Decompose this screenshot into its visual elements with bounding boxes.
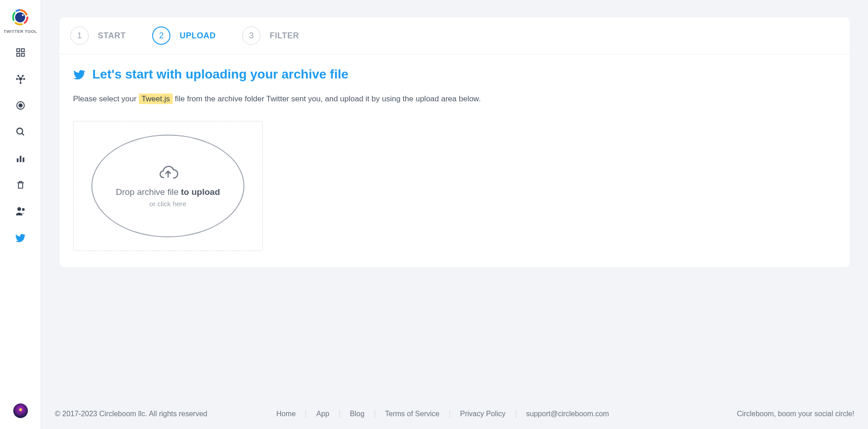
drop-line: Drop archive file to upload [116, 187, 220, 197]
logo[interactable]: TWITTER TOOL [4, 8, 37, 34]
logo-icon [11, 8, 29, 26]
svg-point-25 [22, 208, 25, 211]
footer-links: Home App Blog Terms of Service Privacy P… [266, 410, 619, 418]
nav-network[interactable] [15, 73, 26, 85]
main: 1 START 2 UPLOAD 3 FILTER Let's start wi… [41, 0, 868, 429]
footer-link-app[interactable]: App [306, 410, 339, 418]
step-label: UPLOAD [180, 31, 216, 41]
svg-point-19 [16, 128, 22, 134]
upload-panel: Let's start with uploading your archive … [59, 54, 850, 267]
svg-point-26 [19, 408, 22, 411]
nav-items [15, 47, 26, 244]
step-number: 2 [152, 26, 170, 45]
nav-target[interactable] [15, 99, 26, 111]
dropzone-oval: Drop archive file to upload or click her… [91, 135, 244, 237]
step-filter[interactable]: 3 FILTER [242, 26, 299, 45]
nav-search[interactable] [15, 126, 26, 138]
instruction-text: Please select your Tweet.js file from th… [73, 94, 836, 104]
drop-line-bold: to upload [181, 187, 220, 197]
nav-dashboard[interactable] [15, 47, 26, 58]
svg-point-18 [19, 104, 22, 107]
avatar-icon [13, 403, 28, 418]
svg-rect-4 [16, 53, 19, 56]
step-number: 3 [242, 26, 260, 45]
step-label: FILTER [270, 31, 299, 41]
drop-line-pre: Drop archive file [116, 187, 181, 197]
file-dropzone[interactable]: Drop archive file to upload or click her… [73, 121, 263, 251]
footer-tagline: Circleboom, boom your social circle! [737, 410, 854, 418]
svg-rect-5 [21, 53, 24, 56]
user-avatar[interactable] [13, 403, 28, 418]
cloud-upload-icon [157, 164, 179, 181]
svg-rect-22 [20, 156, 21, 162]
network-icon [15, 73, 26, 84]
svg-rect-23 [22, 157, 24, 162]
panel-title: Let's start with uploading your archive … [73, 67, 836, 82]
step-label: START [98, 31, 126, 41]
nav-people[interactable] [15, 205, 26, 217]
grid-icon [16, 47, 26, 58]
upload-card: 1 START 2 UPLOAD 3 FILTER Let's start wi… [59, 17, 850, 267]
step-upload[interactable]: 2 UPLOAD [152, 26, 216, 45]
footer-link-support[interactable]: support@circleboom.com [516, 410, 619, 418]
nav-twitter[interactable] [15, 232, 26, 244]
instruction-post: file from the archive folder Twitter sen… [173, 94, 481, 103]
sidebar: TWITTER TOOL [0, 0, 41, 429]
analytics-icon [16, 153, 26, 163]
people-icon [15, 206, 26, 216]
footer-link-tos[interactable]: Terms of Service [375, 410, 450, 418]
svg-rect-21 [16, 158, 18, 162]
panel-title-text: Let's start with uploading your archive … [92, 67, 349, 82]
target-icon [16, 100, 26, 110]
trash-icon [16, 180, 26, 190]
footer-link-home[interactable]: Home [266, 410, 307, 418]
footer-copyright: © 2017-2023 Circleboom llc. All rights r… [55, 410, 207, 418]
content-area: 1 START 2 UPLOAD 3 FILTER Let's start wi… [41, 0, 868, 402]
svg-point-24 [17, 207, 21, 211]
svg-rect-2 [16, 49, 19, 52]
stepper: 1 START 2 UPLOAD 3 FILTER [59, 17, 850, 54]
drop-sub: or click here [149, 200, 186, 208]
svg-line-20 [21, 133, 24, 136]
footer-link-privacy[interactable]: Privacy Policy [450, 410, 516, 418]
instruction-highlight: Tweet.js [139, 94, 173, 104]
nav-analytics[interactable] [15, 152, 26, 164]
twitter-icon [73, 68, 86, 81]
step-start[interactable]: 1 START [70, 26, 126, 45]
twitter-icon [15, 232, 26, 243]
logo-text: TWITTER TOOL [4, 29, 37, 34]
search-icon [16, 127, 26, 137]
step-number: 1 [70, 26, 89, 45]
footer-link-blog[interactable]: Blog [340, 410, 375, 418]
svg-rect-3 [21, 49, 24, 52]
instruction-pre: Please select your [73, 94, 139, 103]
footer: © 2017-2023 Circleboom llc. All rights r… [41, 402, 868, 429]
svg-point-0 [15, 12, 25, 22]
nav-trash[interactable] [15, 179, 26, 191]
svg-point-1 [22, 14, 24, 16]
